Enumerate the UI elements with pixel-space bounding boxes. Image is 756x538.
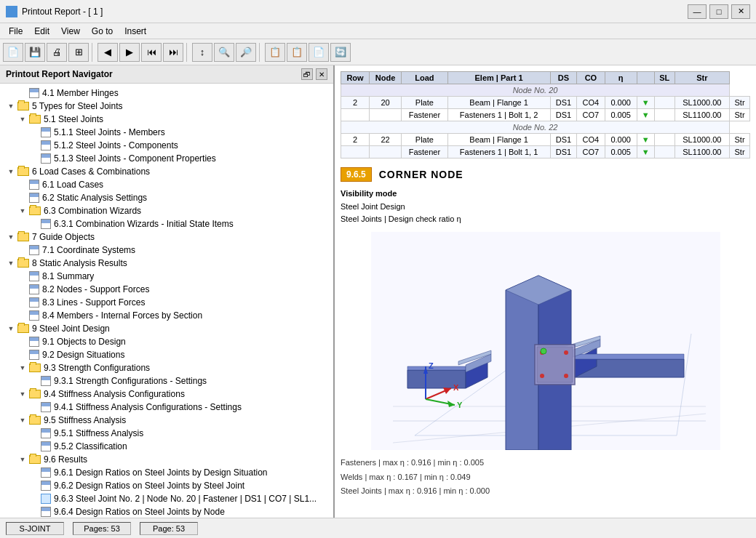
tree-item-8-4[interactable]: 8.4 Members - Internal Forces by Section [0,309,333,322]
expand-icon[interactable] [29,467,39,478]
tree-item-7-1[interactable]: 7.1 Coordinate Systems [0,244,333,257]
tree-item-9-1[interactable]: 9.1 Objects to Design [0,335,333,348]
menu-edit[interactable]: Edit [28,25,55,38]
expand-icon[interactable] [17,350,28,360]
menu-bar: File Edit View Go to Insert [0,23,756,39]
tree-item-5[interactable]: ▼5 Types for Steel Joints [0,100,333,113]
toolbar-next[interactable]: ▶ [119,43,140,62]
tree-item-5-1[interactable]: ▼5.1 Steel Joints [0,113,333,126]
menu-insert[interactable]: Insert [119,25,152,38]
svg-marker-12 [575,354,684,359]
toolbar-prev[interactable]: ◀ [98,43,118,62]
expand-icon[interactable]: ▼ [6,324,16,334]
toolbar-zoom-out[interactable]: 🔍 [214,43,234,62]
expand-icon[interactable] [17,245,28,255]
expand-icon[interactable]: ▼ [6,101,16,111]
expand-icon[interactable] [17,271,28,281]
tree-item-4-1[interactable]: 4.1 Member Hinges [0,87,333,100]
expand-icon[interactable] [17,88,28,98]
tree-item-7[interactable]: ▼7 Guide Objects [0,230,333,244]
tree-item-8-2[interactable]: 8.2 Nodes - Support Forces [0,283,333,296]
expand-icon[interactable] [17,180,28,190]
expand-icon[interactable] [29,153,39,164]
panel-restore-btn[interactable]: 🗗 [301,68,313,80]
tree-container[interactable]: 4.1 Member Hinges▼5 Types for Steel Join… [0,84,333,518]
expand-icon[interactable]: ▼ [17,454,28,465]
toolbar-first[interactable]: ⏮ [141,43,162,62]
tree-item-9[interactable]: ▼9 Steel Joint Design [0,322,333,335]
tree-item-6[interactable]: ▼6 Load Cases & Combinations [0,165,333,178]
tree-item-9-6-3[interactable]: 9.6.3 Steel Joint No. 2 | Node No. 20 | … [0,492,333,505]
tree-item-9-6-4[interactable]: 9.6.4 Design Ratios on Steel Joints by N… [0,505,333,518]
toolbar-zoom-in[interactable]: 🔎 [236,43,256,62]
tree-item-9-6-1[interactable]: 9.6.1 Design Ratios on Steel Joints by D… [0,466,333,479]
tree-item-5-1-1[interactable]: 5.1.1 Steel Joints - Members [0,126,333,139]
expand-icon[interactable] [17,297,28,308]
toolbar-new[interactable]: 📄 [3,43,23,62]
content-area[interactable]: Row Node Load Elem | Part 1 DS CO η SL S… [335,65,756,518]
tree-item-9-6[interactable]: ▼9.6 Results [0,453,333,466]
expand-icon[interactable] [29,481,39,491]
tree-item-6-3-1[interactable]: 6.3.1 Combination Wizards - Initial Stat… [0,217,333,230]
corner-node-svg: Z X Y [371,232,720,450]
expand-icon[interactable]: ▼ [17,389,28,399]
expand-icon[interactable] [17,337,28,347]
expand-icon[interactable]: ▼ [17,363,28,373]
tree-item-5-1-3[interactable]: 5.1.3 Steel Joints - Component Propertie… [0,152,333,165]
toolbar-last[interactable]: ⏭ [163,43,183,62]
tree-item-6-3[interactable]: ▼6.3 Combination Wizards [0,204,333,217]
expand-icon[interactable] [29,507,39,517]
expand-icon[interactable] [29,127,39,137]
expand-icon[interactable] [29,441,39,451]
section-header-row: 9.6.5 CORNER NODE [341,167,750,182]
expand-icon[interactable] [29,402,39,412]
toolbar-copy3[interactable]: 📄 [309,43,329,62]
toolbar-grid[interactable]: ⊞ [68,43,89,62]
expand-icon[interactable] [17,284,28,294]
expand-icon[interactable]: ▼ [17,415,28,425]
tree-item-8-1[interactable]: 8.1 Summary [0,270,333,283]
expand-icon[interactable] [29,494,39,504]
expand-icon[interactable]: ▼ [6,232,16,242]
tree-item-8-3[interactable]: 8.3 Lines - Support Forces [0,296,333,309]
info-line3: Steel Joints | max η : 0.916 | min η : 0… [341,484,750,499]
toolbar-copy2[interactable]: 📋 [287,43,307,62]
toolbar-refresh[interactable]: 🔄 [330,43,351,62]
tree-item-6-1[interactable]: 6.1 Load Cases [0,178,333,191]
tree-item-9-3[interactable]: ▼9.3 Strength Configurations [0,361,333,374]
expand-icon[interactable] [17,193,28,203]
doc-icon [41,219,51,229]
tree-item-9-2[interactable]: 9.2 Design Situations [0,348,333,361]
expand-icon[interactable]: ▼ [17,206,28,216]
menu-view[interactable]: View [55,25,86,38]
toolbar-print[interactable]: 🖨 [47,43,67,62]
tree-item-9-5[interactable]: ▼9.5 Stiffness Analysis [0,414,333,427]
tree-item-9-6-2[interactable]: 9.6.2 Design Ratios on Steel Joints by S… [0,479,333,492]
expand-icon[interactable] [29,428,39,438]
expand-icon[interactable] [29,376,39,386]
tree-item-9-5-2[interactable]: 9.5.2 Classification [0,440,333,453]
tree-item-9-3-1[interactable]: 9.3.1 Strength Configurations - Settings [0,374,333,388]
tree-item-6-2[interactable]: 6.2 Static Analysis Settings [0,191,333,204]
menu-file[interactable]: File [3,25,28,38]
expand-icon[interactable] [29,219,39,229]
tree-item-9-4-1[interactable]: 9.4.1 Stiffness Analysis Configurations … [0,401,333,414]
expand-icon[interactable]: ▼ [17,114,28,124]
panel-close-btn[interactable]: ✕ [316,68,327,80]
menu-goto[interactable]: Go to [86,25,119,38]
toolbar-copy1[interactable]: 📋 [265,43,285,62]
section-badge: 9.6.5 [341,167,372,182]
expand-icon[interactable] [29,140,39,150]
expand-icon[interactable] [17,310,28,321]
minimize-button[interactable]: — [688,4,707,19]
tree-item-5-1-2[interactable]: 5.1.2 Steel Joints - Components [0,139,333,152]
expand-icon[interactable]: ▼ [6,166,16,177]
maximize-button[interactable]: □ [709,4,728,19]
toolbar-save[interactable]: 💾 [25,43,45,62]
expand-icon[interactable]: ▼ [6,258,16,268]
close-button[interactable]: ✕ [731,4,750,19]
toolbar-fit[interactable]: ↕ [192,43,212,62]
tree-item-9-4[interactable]: ▼9.4 Stiffness Analysis Configurations [0,388,333,401]
tree-item-9-5-1[interactable]: 9.5.1 Stiffness Analysis [0,427,333,440]
tree-item-8[interactable]: ▼8 Static Analysis Results [0,257,333,270]
